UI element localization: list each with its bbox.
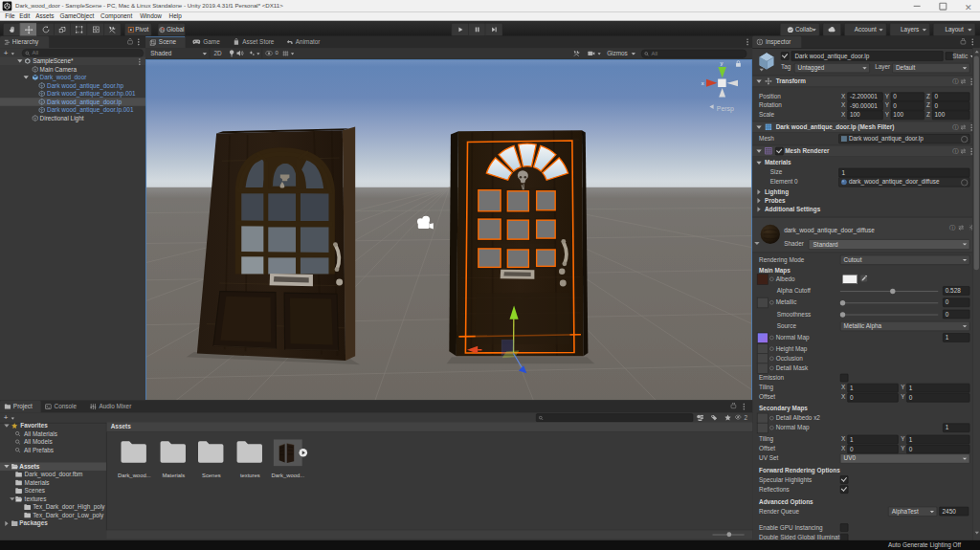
svg-text:x: x xyxy=(702,80,704,86)
svg-text:Persp: Persp xyxy=(717,105,734,113)
svg-text:y: y xyxy=(721,60,724,66)
